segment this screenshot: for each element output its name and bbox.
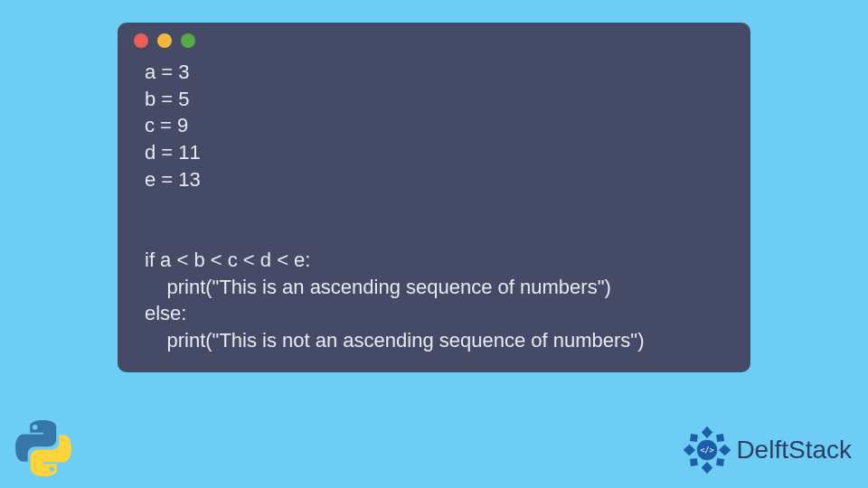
svg-marker-0 — [702, 427, 712, 438]
window-titlebar — [118, 23, 750, 59]
window-maximize-dot — [181, 33, 195, 48]
svg-marker-4 — [690, 434, 698, 442]
window-minimize-dot — [157, 33, 172, 48]
code-block: a = 3 b = 5 c = 9 d = 11 e = 13 if a < b… — [118, 59, 750, 354]
svg-text:</>: </> — [701, 446, 714, 455]
window-close-dot — [134, 33, 148, 48]
svg-marker-5 — [716, 434, 724, 442]
delftstack-badge-icon: </> — [682, 425, 732, 475]
svg-marker-1 — [702, 462, 712, 474]
svg-marker-2 — [684, 445, 695, 455]
svg-marker-7 — [716, 458, 724, 466]
svg-marker-6 — [690, 458, 698, 466]
delftstack-brand: </> DelftStack — [682, 425, 852, 475]
code-window: a = 3 b = 5 c = 9 d = 11 e = 13 if a < b… — [118, 23, 750, 372]
svg-marker-3 — [719, 445, 731, 455]
delftstack-label: DelftStack — [736, 436, 852, 465]
python-logo-icon — [13, 418, 74, 479]
